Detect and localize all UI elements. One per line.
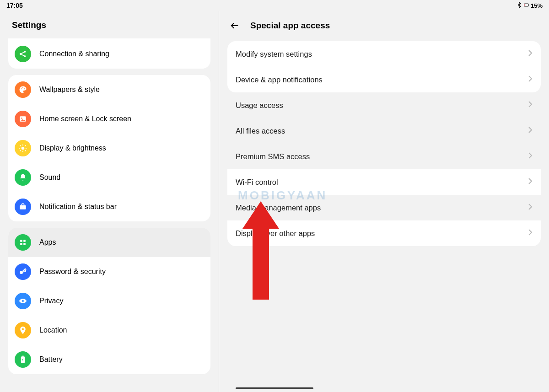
option-device-app-notifications[interactable]: Device & app notifications	[227, 67, 541, 92]
sidebar-item-battery[interactable]: Battery	[8, 345, 210, 374]
sidebar-item-label: Location	[39, 326, 67, 334]
chevron-right-icon	[528, 49, 533, 59]
option-label: Device & app notifications	[236, 75, 323, 84]
sidebar-item-notification-status[interactable]: Notification & status bar	[8, 192, 210, 221]
option-all-files-access[interactable]: All files access	[227, 118, 541, 144]
chevron-right-icon	[528, 152, 533, 161]
sidebar-item-sound[interactable]: Sound	[8, 163, 210, 192]
sidebar-item-label: Connection & sharing	[39, 50, 109, 58]
chevron-right-icon	[528, 126, 533, 135]
svg-point-7	[22, 87, 23, 88]
option-wifi-control[interactable]: Wi-Fi control	[227, 169, 541, 195]
palette-icon	[15, 81, 31, 98]
status-right: 15%	[516, 2, 543, 10]
battery-icon	[15, 351, 31, 368]
settings-group: Connection & sharing	[8, 38, 210, 69]
settings-group: Wallpapers & styleHome screen & Lock scr…	[8, 75, 210, 221]
sidebar-item-label: Password & security	[39, 268, 106, 276]
chevron-right-icon	[528, 229, 533, 238]
sidebar-item-label: Notification & status bar	[39, 203, 117, 211]
status-time: 17:05	[6, 2, 23, 9]
eye-icon	[15, 293, 31, 309]
option-label: Premium SMS access	[236, 152, 310, 161]
pin-icon	[15, 322, 31, 338]
sidebar-item-privacy[interactable]: Privacy	[8, 286, 210, 316]
sidebar-item-label: Sound	[39, 173, 60, 182]
bluetooth-icon	[516, 2, 522, 10]
detail-list[interactable]: Modify system settingsDevice & app notif…	[219, 41, 549, 246]
detail-panel: Special app access Modify system setting…	[219, 11, 549, 392]
svg-point-18	[22, 300, 24, 302]
sidebar-item-label: Home screen & Lock screen	[39, 115, 131, 123]
svg-point-17	[20, 271, 23, 274]
sidebar-item-display-brightness[interactable]: Display & brightness	[8, 134, 210, 163]
settings-group: AppsPassword & securityPrivacyLocationBa…	[8, 228, 210, 374]
sidebar-item-password-security[interactable]: Password & security	[8, 257, 210, 286]
option-label: Display over other apps	[236, 229, 315, 238]
settings-sidebar: Settings Connection & sharingWallpapers …	[0, 11, 219, 392]
svg-rect-14	[23, 240, 26, 242]
sidebar-item-location[interactable]: Location	[8, 316, 210, 345]
sidebar-item-home-lock-screen[interactable]: Home screen & Lock screen	[8, 104, 210, 134]
settings-list[interactable]: Connection & sharingWallpapers & styleHo…	[0, 38, 219, 390]
sun-icon	[15, 140, 31, 156]
svg-rect-2	[525, 4, 525, 5]
svg-point-11	[22, 147, 25, 150]
sidebar-item-wallpapers-style[interactable]: Wallpapers & style	[8, 75, 210, 104]
svg-rect-13	[20, 240, 22, 242]
share-icon	[15, 46, 31, 62]
option-media-management-apps[interactable]: Media management apps	[227, 195, 541, 220]
svg-rect-21	[22, 356, 23, 357]
sidebar-item-connection-sharing[interactable]: Connection & sharing	[8, 39, 210, 69]
briefcase-icon	[15, 199, 31, 215]
status-bar: 17:05 15%	[0, 0, 549, 11]
option-label: Wi-Fi control	[236, 178, 278, 187]
option-label: Media management apps	[236, 204, 321, 212]
sidebar-item-label: Apps	[39, 238, 56, 247]
chevron-right-icon	[528, 177, 533, 187]
sidebar-item-label: Privacy	[39, 297, 63, 305]
back-button[interactable]	[229, 20, 240, 31]
svg-rect-16	[23, 243, 26, 245]
battery-percent: 15%	[531, 2, 543, 9]
svg-rect-1	[528, 4, 529, 5]
svg-point-6	[21, 88, 22, 89]
key-icon	[15, 263, 31, 280]
option-premium-sms-access[interactable]: Premium SMS access	[227, 144, 541, 169]
sidebar-item-label: Wallpapers & style	[39, 86, 100, 94]
settings-title: Settings	[0, 11, 219, 38]
svg-point-10	[21, 118, 22, 119]
option-label: Usage access	[236, 101, 283, 110]
bell-icon	[15, 169, 31, 186]
detail-header: Special app access	[219, 11, 549, 41]
sidebar-item-label: Display & brightness	[39, 144, 106, 152]
chevron-right-icon	[528, 75, 533, 84]
option-usage-access[interactable]: Usage access	[227, 92, 541, 118]
option-display-over-other-apps[interactable]: Display over other apps	[227, 220, 541, 246]
svg-point-8	[24, 88, 25, 89]
option-label: Modify system settings	[236, 50, 312, 59]
gesture-nav-indicator[interactable]	[236, 387, 313, 389]
svg-rect-15	[20, 243, 22, 245]
chevron-right-icon	[528, 203, 533, 212]
option-modify-system-settings[interactable]: Modify system settings	[227, 41, 541, 67]
grid-icon	[15, 234, 31, 251]
svg-point-19	[22, 328, 24, 330]
chevron-right-icon	[528, 101, 533, 110]
option-label: All files access	[236, 127, 285, 135]
battery-icon	[523, 2, 530, 10]
detail-title: Special app access	[250, 21, 330, 31]
image-icon	[15, 111, 31, 127]
sidebar-item-apps[interactable]: Apps	[8, 228, 210, 257]
svg-rect-12	[20, 205, 26, 209]
sidebar-item-label: Battery	[39, 355, 63, 364]
